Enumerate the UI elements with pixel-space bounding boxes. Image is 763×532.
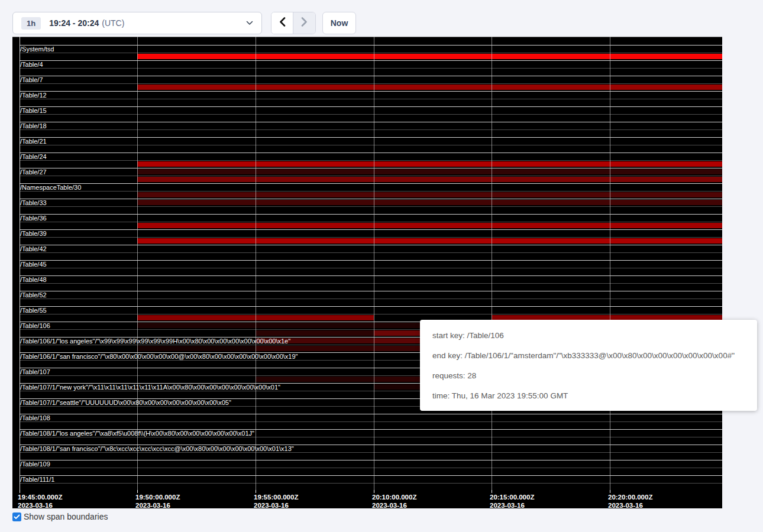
- row-key-label: /Table/27: [20, 168, 47, 176]
- heatmap-row[interactable]: /Table/111/1: [12, 475, 722, 491]
- axis-tick-label: 19:50:00.000Z2023-03-16: [135, 493, 180, 510]
- time-range-select[interactable]: 1h 19:24 - 20:24 (UTC): [12, 12, 262, 34]
- heatmap-row[interactable]: /Table/39: [12, 229, 722, 245]
- heatmap-row[interactable]: /Table/108: [12, 414, 722, 429]
- heatmap-row[interactable]: /Table/4: [12, 60, 722, 76]
- heatmap-band[interactable]: [137, 161, 722, 167]
- heatmap-band[interactable]: [137, 238, 722, 244]
- heatmap-row[interactable]: /Table/21: [12, 137, 722, 153]
- heatmap-row[interactable]: /Table/108/1/"san francisco"/"\x8c\xcc\x…: [12, 445, 722, 460]
- heatmap-band[interactable]: [137, 54, 722, 59]
- heatmap-row[interactable]: /Table/18: [12, 122, 722, 137]
- heatmap-band[interactable]: [137, 169, 722, 174]
- row-key-label: /Table/106/1/"los angeles"/"\x99\x99\x99…: [20, 338, 290, 345]
- time-gridline: [492, 37, 492, 490]
- heatmap-band[interactable]: [256, 346, 374, 351]
- tooltip-requests: requests: 28: [432, 371, 745, 380]
- heatmap-row[interactable]: /Table/108/1/"los angeles"/"\xa8\xf5\u00…: [12, 429, 722, 445]
- footer: Show span boundaries: [12, 512, 108, 521]
- time-gridline: [256, 37, 256, 490]
- heatmap-band[interactable]: [137, 177, 722, 182]
- row-key-label: /NamespaceTable/30: [20, 184, 81, 191]
- heatmap-row[interactable]: /Table/33: [12, 199, 722, 214]
- heatmap-row[interactable]: /Table/27: [12, 168, 722, 183]
- row-key-label: /Table/107: [20, 368, 50, 375]
- heatmap-row[interactable]: /Table/12: [12, 91, 722, 106]
- row-key-label: /Table/39: [20, 230, 47, 237]
- check-icon: [14, 514, 20, 520]
- heatmap-band[interactable]: [137, 85, 722, 90]
- now-button[interactable]: Now: [322, 12, 356, 34]
- heatmap-row[interactable]: /Table/24: [12, 153, 722, 168]
- time-range-duration-badge: 1h: [21, 17, 41, 30]
- heatmap-row[interactable]: /Table/52: [12, 291, 722, 306]
- row-key-label: /Table/21: [20, 138, 47, 145]
- row-key-label: /Table/24: [20, 153, 47, 160]
- show-span-boundaries-checkbox[interactable]: [12, 512, 21, 521]
- heatmap-band[interactable]: [137, 346, 256, 351]
- row-key-label: /Table/7: [20, 76, 43, 83]
- chevron-right-icon: [301, 17, 308, 29]
- row-key-label: /Table/52: [20, 291, 47, 299]
- row-key-label: /Table/45: [20, 261, 47, 268]
- previous-interval-button[interactable]: [271, 12, 293, 34]
- row-key-label: /Table/106: [20, 322, 50, 329]
- time-gridline: [374, 37, 374, 490]
- heatmap-band[interactable]: [137, 315, 256, 320]
- key-visualizer-heatmap[interactable]: /System/tsd/Table/4/Table/7/Table/12/Tab…: [12, 37, 722, 508]
- show-span-boundaries-label: Show span boundaries: [24, 512, 108, 521]
- heatmap-rows: /System/tsd/Table/4/Table/7/Table/12/Tab…: [12, 37, 722, 490]
- next-interval-button-disabled[interactable]: [293, 12, 315, 34]
- heatmap-row[interactable]: /Table/48: [12, 275, 722, 291]
- time-range-value: 19:24 - 20:24: [49, 18, 99, 28]
- row-key-label: /Table/4: [20, 61, 43, 68]
- heatmap-row[interactable]: /System/tsd: [12, 45, 722, 60]
- heatmap-row[interactable]: /NamespaceTable/30: [12, 183, 722, 199]
- tooltip-start-key: start key: /Table/106: [432, 331, 745, 340]
- row-key-label: /Table/108/1/"san francisco"/"\x8c\xcc\x…: [20, 445, 294, 452]
- row-key-label: /System/tsd: [20, 46, 54, 53]
- time-nav-group: [271, 12, 316, 34]
- time-range-timezone: (UTC): [102, 18, 124, 28]
- row-key-label: /Table/15: [20, 107, 47, 114]
- axis-tick-label: 19:45:00.000Z2023-03-16: [18, 493, 62, 510]
- cell-tooltip: start key: /Table/106 end key: /Table/10…: [420, 320, 757, 411]
- time-gridline: [137, 37, 138, 490]
- heatmap-row[interactable]: /Table/36: [12, 214, 722, 229]
- row-key-label: /Table/18: [20, 122, 47, 129]
- heatmap-band[interactable]: [137, 223, 722, 228]
- row-key-label: /Table/107/1/"new york"/"\x11\x11\x11\x1…: [20, 384, 280, 391]
- row-key-label: /Table/12: [20, 92, 47, 99]
- row-key-label: /Table/109: [20, 460, 50, 468]
- row-key-label: /Table/42: [20, 245, 47, 252]
- axis-tick-label: 20:20:00.000Z2023-03-16: [608, 493, 652, 510]
- axis-tick-label: 20:10:00.000Z2023-03-16: [372, 493, 416, 510]
- row-key-label: /Table/55: [20, 307, 47, 314]
- axis-tick-label: 19:55:00.000Z2023-03-16: [254, 493, 298, 510]
- chevron-down-icon: [246, 21, 253, 25]
- heatmap-row[interactable]: /Table/45: [12, 260, 722, 275]
- now-button-label: Now: [331, 18, 348, 28]
- heatmap-top-strip: [12, 37, 722, 45]
- toolbar: 1h 19:24 - 20:24 (UTC) Now: [0, 0, 763, 37]
- heatmap-row[interactable]: /Table/7: [12, 76, 722, 91]
- heatmap-band[interactable]: [137, 200, 722, 205]
- axis-tick-label: 20:15:00.000Z2023-03-16: [490, 493, 534, 510]
- time-axis: 19:45:00.000Z2023-03-1619:50:00.000Z2023…: [12, 490, 722, 508]
- heatmap-band[interactable]: [256, 315, 374, 320]
- heatmap-row[interactable]: /Table/109: [12, 460, 722, 475]
- heatmap-band[interactable]: [256, 377, 374, 382]
- tooltip-time: time: Thu, 16 Mar 2023 19:55:00 GMT: [432, 391, 745, 400]
- heatmap-band[interactable]: [137, 192, 722, 197]
- row-key-label: /Table/36: [20, 215, 47, 222]
- heatmap-row[interactable]: /Table/15: [12, 106, 722, 122]
- tooltip-end-key: end key: /Table/106/1/"amsterdam"/"\xb33…: [432, 351, 745, 360]
- heatmap-row[interactable]: /Table/42: [12, 245, 722, 260]
- row-key-label: /Table/48: [20, 276, 47, 283]
- row-key-label: /Table/108/1/"los angeles"/"\xa8\xf5\u00…: [20, 430, 254, 437]
- row-key-label: /Table/33: [20, 199, 47, 206]
- row-key-label: /Table/106/1/"san francisco"/"\x80\x00\x…: [20, 353, 298, 360]
- time-gridline: [610, 37, 610, 490]
- row-key-label: /Table/107/1/"seattle"/"UUUUUUD\x00\x80\…: [20, 399, 231, 406]
- heatmap-band[interactable]: [256, 330, 374, 336]
